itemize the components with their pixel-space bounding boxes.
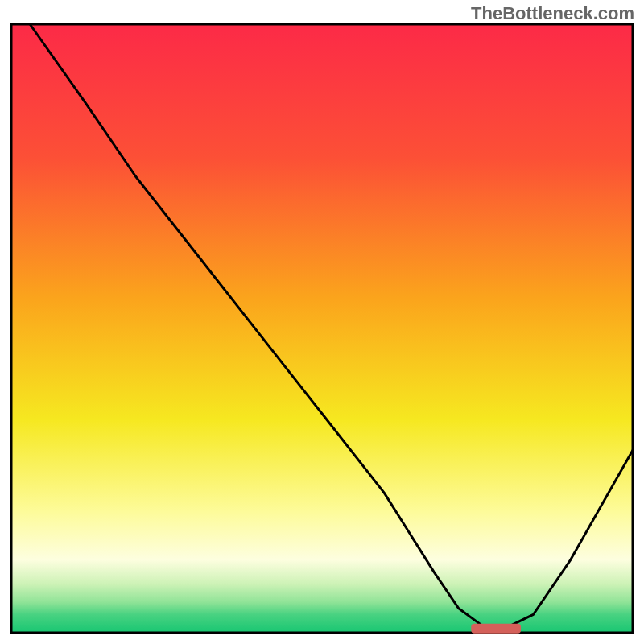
gradient-background bbox=[11, 24, 633, 633]
chart-svg bbox=[0, 0, 644, 644]
chart-container: { "watermark": "TheBottleneck.com", "cha… bbox=[0, 0, 644, 644]
optimal-marker bbox=[471, 624, 521, 634]
watermark-text: TheBottleneck.com bbox=[471, 3, 634, 24]
